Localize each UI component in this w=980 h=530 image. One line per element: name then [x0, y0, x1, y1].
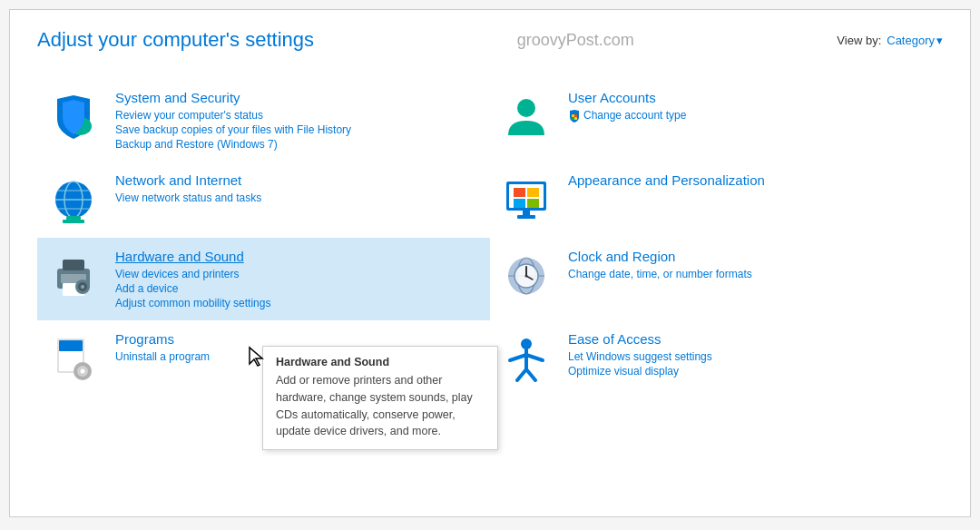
view-devices-link[interactable]: View devices and printers	[115, 268, 481, 280]
svg-point-34	[525, 275, 528, 278]
svg-point-1	[517, 99, 535, 117]
user-accounts-title[interactable]: User Accounts	[568, 90, 934, 105]
category-appearance[interactable]: Appearance and Personalization	[490, 162, 943, 238]
ease-title[interactable]: Ease of Access	[568, 331, 934, 347]
tooltip-title: Hardware and Sound	[276, 356, 485, 368]
svg-line-45	[517, 369, 526, 380]
category-ease[interactable]: Ease of Access Let Windows suggest setti…	[490, 320, 943, 397]
view-by-dropdown[interactable]: Category ▾	[887, 34, 943, 47]
user-accounts-text: User Accounts Change account type	[568, 90, 934, 123]
view-by: View by: Category ▾	[837, 34, 943, 47]
clock-icon	[499, 249, 554, 303]
clock-text: Clock and Region Change date, time, or n…	[568, 249, 934, 280]
system-security-text: System and Security Review your computer…	[115, 90, 481, 151]
change-account-type-link[interactable]: Change account type	[568, 109, 934, 123]
system-security-title[interactable]: System and Security	[115, 90, 481, 105]
suggest-settings-link[interactable]: Let Windows suggest settings	[568, 350, 934, 363]
svg-rect-16	[527, 188, 539, 197]
category-hardware[interactable]: Hardware and Sound View devices and prin…	[37, 238, 490, 320]
header-row: Adjust your computer's settings groovyPo…	[37, 28, 943, 52]
user-accounts-icon	[499, 90, 554, 144]
svg-rect-12	[63, 220, 84, 223]
clock-title[interactable]: Clock and Region	[568, 249, 934, 264]
svg-rect-3	[574, 114, 577, 117]
view-by-label: View by:	[837, 34, 881, 47]
category-user-accounts[interactable]: User Accounts Change account type	[490, 79, 943, 162]
date-time-link[interactable]: Change date, time, or number formats	[568, 268, 934, 280]
tooltip-description: Add or remove printers and other hardwar…	[276, 372, 485, 440]
control-panel-window: Adjust your computer's settings groovyPo…	[9, 9, 971, 517]
category-clock[interactable]: Clock and Region Change date, time, or n…	[490, 238, 943, 320]
svg-rect-4	[572, 117, 574, 120]
chevron-down-icon: ▾	[936, 34, 943, 47]
ease-icon	[499, 331, 554, 386]
svg-rect-23	[63, 260, 84, 270]
svg-rect-2	[572, 114, 574, 117]
category-system-security[interactable]: System and Security Review your computer…	[37, 79, 490, 162]
ease-text: Ease of Access Let Windows suggest setti…	[568, 331, 934, 378]
svg-rect-18	[527, 199, 539, 208]
appearance-icon	[499, 172, 554, 227]
review-status-link[interactable]: Review your computer's status	[115, 109, 481, 122]
network-status-link[interactable]: View network status and tasks	[115, 191, 481, 204]
svg-rect-15	[514, 188, 525, 197]
programs-title[interactable]: Programs	[115, 331, 481, 347]
svg-line-44	[526, 355, 543, 360]
view-by-current: Category	[887, 34, 935, 47]
svg-line-43	[510, 355, 526, 360]
svg-rect-37	[59, 340, 83, 351]
category-network[interactable]: Network and Internet View network status…	[37, 162, 490, 238]
optimize-display-link[interactable]: Optimize visual display	[568, 365, 934, 378]
system-security-icon	[46, 90, 101, 144]
backup-restore-link[interactable]: Backup and Restore (Windows 7)	[115, 138, 481, 151]
appearance-text: Appearance and Personalization	[568, 172, 934, 191]
hardware-text: Hardware and Sound View devices and prin…	[115, 249, 481, 309]
adjust-common-link[interactable]: Adjust common mobility settings	[115, 297, 481, 309]
network-icon	[46, 172, 101, 227]
hardware-icon	[46, 249, 101, 303]
svg-point-40	[81, 369, 85, 374]
shield-icon-inline	[568, 110, 581, 123]
svg-rect-17	[514, 199, 525, 208]
hardware-title[interactable]: Hardware and Sound	[115, 249, 481, 264]
svg-point-27	[81, 285, 84, 289]
watermark: groovyPost.com	[314, 31, 837, 50]
network-title[interactable]: Network and Internet	[115, 172, 481, 188]
svg-line-46	[526, 369, 535, 380]
backup-copies-link[interactable]: Save backup copies of your files with Fi…	[115, 123, 481, 136]
hardware-tooltip: Hardware and Sound Add or remove printer…	[262, 346, 498, 450]
page-title: Adjust your computer's settings	[37, 28, 314, 52]
svg-rect-20	[517, 215, 535, 219]
appearance-title[interactable]: Appearance and Personalization	[568, 172, 934, 188]
programs-icon	[46, 331, 101, 386]
svg-rect-5	[574, 117, 577, 120]
network-text: Network and Internet View network status…	[115, 172, 481, 204]
add-device-link[interactable]: Add a device	[115, 282, 481, 295]
